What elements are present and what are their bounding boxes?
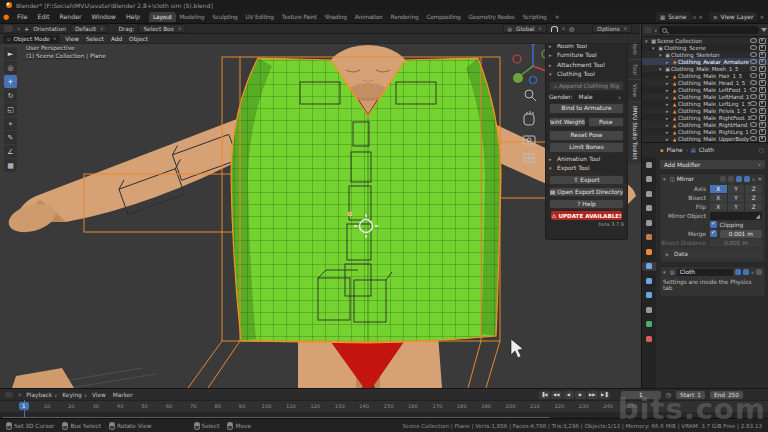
flip-toggle[interactable]: Z [745,203,762,211]
display-realtime-toggle[interactable] [735,269,741,275]
disable-in-renders-toggle[interactable] [759,52,766,58]
hide-in-viewport-toggle[interactable] [750,80,757,85]
3d-viewport[interactable] [0,24,640,388]
add-modifier-dropdown[interactable]: Add Modifier ∨ [659,159,766,170]
bisect-distance-field[interactable]: 0.001 m [710,239,762,247]
hide-in-viewport-toggle[interactable] [750,136,757,141]
transform-tool[interactable]: ⌖ [4,117,17,130]
disable-in-renders-toggle[interactable] [759,94,766,100]
breadcrumb-modifier[interactable]: Cloth [699,147,714,153]
hide-in-viewport-toggle[interactable] [750,122,757,127]
workspace-tab[interactable]: Sculpting [208,12,241,22]
disable-in-renders-toggle[interactable] [759,87,766,93]
outliner-row[interactable]: ▸ Clothing_Male_RightLeg_1_5 [642,128,768,135]
hide-in-viewport-toggle[interactable] [750,38,757,43]
hide-in-viewport-toggle[interactable] [750,52,757,57]
orientation-dropdown[interactable]: Default ∨ [70,24,108,33]
disable-in-renders-toggle[interactable] [759,38,766,44]
editor-type-icon[interactable] [5,392,13,398]
hide-in-viewport-toggle[interactable] [750,66,757,71]
eyedropper-icon[interactable]: ◢ [756,213,760,219]
hide-in-viewport-toggle[interactable] [750,87,757,92]
toolkit-section-animation[interactable]: ▸Animation Tool [549,154,624,164]
timeline-menu-item[interactable]: Marker [113,392,133,398]
menu-item[interactable]: Help [121,13,145,20]
add-workspace-button[interactable]: + [551,13,564,20]
flip-toggle[interactable]: Y [728,203,746,211]
disable-in-renders-toggle[interactable] [759,80,766,86]
disclosure-icon[interactable]: ▾ [663,269,668,275]
viewport-menu-item[interactable]: Object [129,36,148,42]
workspace-tab[interactable]: Layout [149,12,176,22]
filter-icon[interactable] [761,28,767,32]
outliner-row[interactable]: ▸ Clothing_Male_LeftHand_1_5 [642,93,768,100]
mirror-object-field[interactable]: ◢ [710,212,762,220]
object-data[interactable] [642,320,656,329]
play-reverse-button[interactable]: ◀ [563,391,574,399]
render[interactable] [642,175,656,184]
viewport-menu-item[interactable]: Select [86,36,104,42]
toolkit-section-export[interactable]: ▾Export Tool [549,164,624,174]
flip-toggle[interactable]: X [710,203,728,211]
workspace-tab[interactable]: Scripting [519,12,551,22]
help-button[interactable]: ?Help [549,199,624,210]
workspace-tab[interactable]: Shading [321,12,351,22]
workspace-tab[interactable]: Texture Paint [278,12,321,22]
chevron-down-icon[interactable]: ∨ [752,177,755,182]
measure-tool[interactable]: ∠ [4,145,17,158]
gizmo-y-axis[interactable] [513,73,523,83]
toolkit-section-clothing[interactable]: ▾Clothing Tool [549,70,624,80]
scene[interactable] [642,218,656,227]
workspace-tab[interactable]: Geometry Nodes [465,12,519,22]
remove-view-layer-icon[interactable]: × [759,14,764,20]
physics[interactable] [642,291,656,300]
bisect-toggle[interactable]: Z [745,194,762,202]
bind-to-armature-button[interactable]: Bind to Armature [549,103,624,114]
output[interactable] [642,189,656,198]
outliner-row[interactable]: ▾ Clothing_Skeleton [642,51,768,58]
outliner-row[interactable]: ▸ Clothing_Male_RightHand_1_5 [642,121,768,128]
active-tool-icon[interactable] [4,25,13,32]
select-box-tool[interactable]: ► [4,47,17,60]
pose-button[interactable]: Pose [588,117,625,128]
sidebar-tab[interactable]: Tool [628,60,641,79]
menu-item[interactable]: Window [86,13,120,20]
add-cube-tool[interactable]: ▦ [4,159,17,172]
scale-tool[interactable]: ◱ [4,103,17,116]
append-clothing-rig-button[interactable]: ▫Append Clothing Rig [549,81,624,92]
next-keyframe-button[interactable]: ▶▶ [587,391,598,399]
hide-in-viewport-toggle[interactable] [750,129,757,134]
disclosure-icon[interactable]: ▾ [663,176,668,182]
axis-toggle[interactable]: Y [728,185,746,193]
outliner-row[interactable]: ▸ Clothing_Male_LeftFoot_1_5 [642,86,768,93]
disable-in-renders-toggle[interactable] [759,59,766,65]
disable-in-renders-toggle[interactable] [759,136,766,142]
disable-in-renders-toggle[interactable] [759,129,766,135]
timeline-menu-item[interactable]: View [92,392,106,398]
hide-in-viewport-toggle[interactable] [750,115,757,120]
cloth-modifier-header[interactable]: ▾ ▤ Cloth ∨ [660,267,765,277]
mirror-modifier-header[interactable]: ▾ ◫ Mirror ∨ × [660,174,765,184]
sidebar-tab[interactable]: IMVU Studio Toolkit [628,102,641,164]
world[interactable] [642,233,656,242]
viewport-menu-item[interactable]: View [65,36,79,42]
new-scene-icon[interactable]: ▫ [693,14,697,20]
workspace-tab[interactable]: Modeling [176,12,209,22]
paint-weights-button[interactable]: Paint Weights [549,117,586,128]
display-realtime-toggle[interactable] [736,176,742,182]
outliner-row[interactable]: ▸ Clothing_Male_Hair_1_5 [642,72,768,79]
close-icon[interactable]: × [757,176,762,182]
axis-toggle[interactable]: X [710,185,728,193]
disable-in-renders-toggle[interactable] [759,108,766,114]
sidebar-tab[interactable]: View [628,80,641,101]
modifier-name-field[interactable]: Cloth [677,269,733,276]
object[interactable] [642,247,656,256]
reset-pose-button[interactable]: Reset Pose [549,130,624,141]
display-render-toggle[interactable] [744,176,750,182]
outliner-row[interactable]: ▸ Clothing_Male_UpperBody_1_5 [642,135,768,142]
pin-icon[interactable]: ○ [759,147,764,153]
disable-in-renders-toggle[interactable] [759,115,766,121]
display-in-editmode-toggle[interactable] [728,176,734,182]
disable-in-renders-toggle[interactable] [759,66,766,72]
hide-in-viewport-toggle[interactable] [750,73,757,78]
